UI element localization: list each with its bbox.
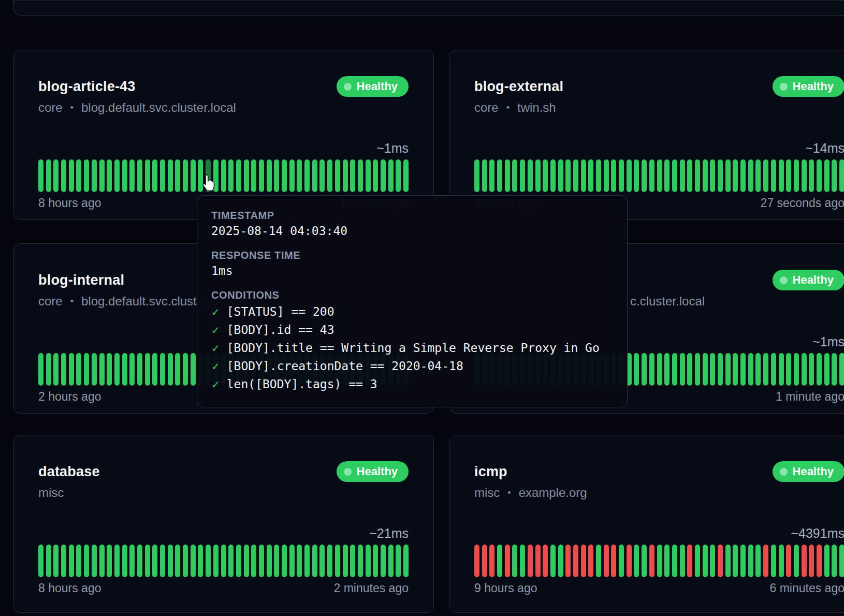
- health-bar-success[interactable]: [175, 159, 180, 192]
- health-bar-success[interactable]: [99, 545, 105, 577]
- health-bar-failure[interactable]: [802, 545, 807, 577]
- health-bar-success[interactable]: [642, 545, 647, 577]
- status-badge[interactable]: Healthy: [773, 461, 844, 482]
- health-bar-success[interactable]: [168, 353, 173, 386]
- health-bar-success[interactable]: [809, 353, 814, 386]
- health-bar-success[interactable]: [535, 159, 541, 192]
- health-bar-success[interactable]: [198, 545, 203, 577]
- health-bar-success[interactable]: [740, 159, 746, 192]
- health-bar-success[interactable]: [191, 159, 196, 192]
- health-bar-success[interactable]: [794, 159, 799, 192]
- health-bar-success[interactable]: [403, 159, 409, 192]
- health-bar-success[interactable]: [274, 545, 279, 577]
- health-bar-success[interactable]: [581, 159, 586, 192]
- health-bar-failure[interactable]: [573, 545, 578, 577]
- health-bar-success[interactable]: [350, 545, 355, 577]
- health-bar-success[interactable]: [46, 159, 51, 192]
- health-bar-success[interactable]: [474, 159, 479, 192]
- health-bar-success[interactable]: [748, 545, 753, 577]
- health-bar-success[interactable]: [703, 545, 708, 577]
- health-bar-success[interactable]: [802, 353, 807, 386]
- health-bar-failure[interactable]: [482, 545, 487, 577]
- health-bar-success[interactable]: [137, 353, 142, 386]
- health-bar-success[interactable]: [680, 159, 685, 192]
- health-bar-success[interactable]: [236, 159, 241, 192]
- health-bar-success[interactable]: [779, 545, 784, 577]
- health-bar-success[interactable]: [122, 159, 127, 192]
- health-bar-success[interactable]: [129, 159, 135, 192]
- health-bar-success[interactable]: [703, 353, 708, 386]
- health-bar-success[interactable]: [642, 159, 647, 192]
- health-bar-failure[interactable]: [535, 545, 541, 577]
- health-bar-success[interactable]: [191, 353, 196, 386]
- health-bar-success[interactable]: [832, 159, 837, 192]
- health-bar-success[interactable]: [175, 353, 180, 386]
- health-bar-success[interactable]: [634, 353, 639, 386]
- health-bar-failure[interactable]: [627, 545, 632, 577]
- health-bar-success[interactable]: [520, 159, 525, 192]
- health-bar-failure[interactable]: [611, 545, 616, 577]
- health-bar-success[interactable]: [558, 159, 563, 192]
- health-bar-success[interactable]: [839, 353, 844, 386]
- health-bar-success[interactable]: [634, 545, 639, 577]
- health-bar-success[interactable]: [657, 353, 662, 386]
- health-bar-success[interactable]: [512, 159, 517, 192]
- health-bar-success[interactable]: [122, 353, 127, 386]
- health-bar-success[interactable]: [92, 353, 97, 386]
- health-bar-success[interactable]: [304, 159, 310, 192]
- health-bar-success[interactable]: [619, 159, 624, 192]
- status-badge[interactable]: Healthy: [337, 461, 409, 482]
- health-bar-success[interactable]: [267, 545, 272, 577]
- health-bar-success[interactable]: [38, 353, 43, 386]
- health-bar-success[interactable]: [107, 545, 112, 577]
- health-bar-failure[interactable]: [817, 545, 822, 577]
- health-bar-success[interactable]: [160, 159, 165, 192]
- health-bar-failure[interactable]: [809, 545, 814, 577]
- health-bar-success[interactable]: [366, 159, 371, 192]
- health-bar-success[interactable]: [396, 159, 401, 192]
- health-bar-success[interactable]: [76, 545, 81, 577]
- health-bar-success[interactable]: [183, 353, 188, 386]
- health-bar-success[interactable]: [38, 159, 43, 192]
- health-bar-success[interactable]: [114, 545, 120, 577]
- health-bar-success[interactable]: [664, 545, 670, 577]
- health-bar-success[interactable]: [145, 545, 150, 577]
- health-bar-success[interactable]: [251, 545, 256, 577]
- health-bar-success[interactable]: [160, 353, 165, 386]
- health-bar-success[interactable]: [297, 159, 302, 192]
- health-bar-failure[interactable]: [474, 545, 479, 577]
- health-bar-success[interactable]: [289, 545, 295, 577]
- health-bar-success[interactable]: [327, 545, 332, 577]
- health-bar-success[interactable]: [725, 353, 731, 386]
- health-bar-success[interactable]: [786, 353, 791, 386]
- health-bars[interactable]: [38, 545, 409, 577]
- health-bar-success[interactable]: [748, 159, 753, 192]
- health-bar-success[interactable]: [710, 545, 715, 577]
- health-bar-success[interactable]: [802, 159, 807, 192]
- health-bar-success[interactable]: [649, 159, 654, 192]
- health-bar-success[interactable]: [274, 159, 279, 192]
- health-bar-success[interactable]: [619, 545, 624, 577]
- health-bar-success[interactable]: [46, 353, 51, 386]
- health-bar-success[interactable]: [779, 353, 784, 386]
- health-bar-success[interactable]: [817, 159, 822, 192]
- health-bar-success[interactable]: [740, 353, 746, 386]
- health-bar-success[interactable]: [528, 159, 533, 192]
- health-bar-success[interactable]: [703, 159, 708, 192]
- health-bar-success[interactable]: [366, 545, 371, 577]
- health-bar-success[interactable]: [672, 159, 677, 192]
- health-bar-success[interactable]: [312, 159, 317, 192]
- health-bar-success[interactable]: [497, 545, 502, 577]
- health-bar-success[interactable]: [282, 159, 287, 192]
- health-bar-success[interactable]: [832, 353, 837, 386]
- health-bar-success[interactable]: [76, 353, 81, 386]
- health-bar-success[interactable]: [381, 545, 386, 577]
- health-bar-success[interactable]: [718, 353, 723, 386]
- health-bar-success[interactable]: [343, 545, 348, 577]
- health-bar-success[interactable]: [137, 545, 142, 577]
- health-bar-success[interactable]: [152, 159, 157, 192]
- health-bar-success[interactable]: [129, 353, 135, 386]
- health-bar-success[interactable]: [672, 353, 677, 386]
- health-bar-success[interactable]: [695, 159, 700, 192]
- health-bar-success[interactable]: [358, 159, 363, 192]
